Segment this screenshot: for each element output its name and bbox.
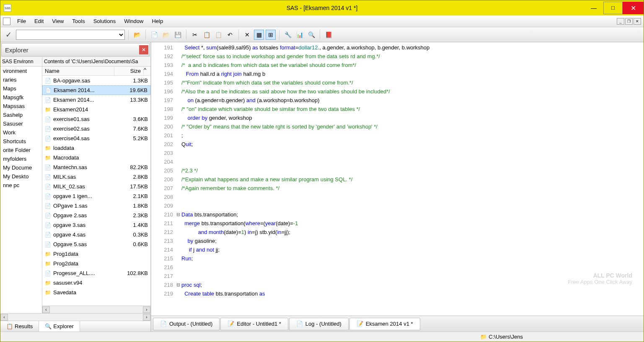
env-item[interactable]: My Docume (0, 163, 42, 172)
code-line[interactable]: 204 (151, 157, 644, 166)
code-line[interactable]: 208 (151, 193, 644, 201)
explorer-tab-results[interactable]: 📋Results (0, 321, 39, 332)
code-line[interactable]: 218⊟proc sql; (151, 280, 644, 289)
app-icon[interactable] (3, 18, 10, 25)
file-row[interactable]: 📄BA-opgave.sas1.3KB (42, 76, 150, 85)
code-line[interactable]: 219 Create table bts.transportation as (151, 289, 644, 298)
paste-icon[interactable]: 📋 (213, 30, 223, 40)
env-item[interactable]: Maps (0, 84, 42, 93)
file-row[interactable]: 📄exercise01.sas3.6KB (42, 114, 150, 124)
code-line[interactable]: 206 /*Explain what happens and make a ne… (151, 175, 644, 184)
code-line[interactable]: 202 Quit; (151, 140, 644, 149)
file-row[interactable]: 📁Macrodata (42, 153, 150, 162)
code-line[interactable]: 194 From hall.rd a right join hall.mg b (151, 69, 644, 78)
fold-icon[interactable]: ⊟ (176, 280, 181, 289)
code-line[interactable]: 199 order by gender, workshop (151, 113, 644, 122)
menu-help[interactable]: Help (147, 16, 167, 26)
scroll-left-icon[interactable]: ‹ (42, 306, 50, 313)
code-line[interactable]: 200 /* "Order by" means that the new tab… (151, 122, 644, 131)
code-line[interactable]: 210⊟Data bts.transportation; (151, 210, 644, 219)
tree-view-icon[interactable]: ⊞ (266, 30, 276, 40)
tool-icon-1[interactable]: 🔧 (283, 30, 293, 40)
col-name-header[interactable]: Name (42, 67, 114, 75)
mdi-minimize-button[interactable]: _ (617, 18, 624, 25)
code-line[interactable]: 209 (151, 201, 644, 210)
code-line[interactable]: 201 ; (151, 131, 644, 140)
env-item[interactable]: My Deskto (0, 172, 42, 181)
mdi-close-button[interactable]: ✕ (634, 18, 641, 25)
mdi-restore-button[interactable]: ❐ (625, 18, 633, 25)
check-icon[interactable]: ✓ (3, 30, 14, 39)
file-row[interactable]: 📄Eksamen 2014...19.6KB (42, 85, 150, 95)
help-icon[interactable]: 📕 (323, 30, 334, 40)
code-line[interactable]: 212 and month(date)=1) in=j) stb.yid(in=… (151, 228, 644, 237)
file-row[interactable]: 📁Savedata (42, 288, 150, 297)
minimize-button[interactable]: — (584, 2, 603, 14)
code-line[interactable]: 193 /* a and b indicates from which data… (151, 61, 644, 69)
maximize-button[interactable]: ☐ (603, 2, 623, 14)
code-line[interactable]: 192 /*'select' force sas to include work… (151, 52, 644, 61)
open-icon[interactable]: 📂 (161, 30, 171, 40)
menu-tools[interactable]: Tools (68, 16, 89, 26)
h-scrollbar[interactable]: ‹ › (42, 306, 150, 313)
file-row[interactable]: 📄Eksamen 2014...13.3KB (42, 95, 150, 105)
file-row[interactable]: 📄Mantechn.sas82.2KB (42, 162, 150, 172)
menu-solutions[interactable]: Solutions (89, 16, 120, 26)
scroll-left-icon[interactable]: ‹ (0, 314, 8, 321)
scroll-right-icon[interactable]: › (143, 306, 150, 313)
code-line[interactable]: 203 (151, 149, 644, 157)
up-folder-icon[interactable]: 📂 (132, 30, 142, 40)
env-item[interactable]: Work (0, 128, 42, 137)
file-row[interactable]: 📁Prog2data (42, 259, 150, 268)
env-item[interactable]: myfolders (0, 154, 42, 163)
code-line[interactable]: 191 Select *, sum(sale89,sal95) as totsa… (151, 43, 644, 52)
env-item[interactable]: vironment (0, 67, 42, 75)
file-row[interactable]: 📄exercise04.sas5.2KB (42, 134, 150, 143)
explorer-close-button[interactable]: ✕ (139, 45, 148, 54)
code-line[interactable]: 213 by gasoline; (151, 237, 644, 245)
file-row[interactable]: 📄opgave 4.sas0.3KB (42, 230, 150, 239)
menu-window[interactable]: Window (120, 16, 147, 26)
code-line[interactable]: 214 if j and not jj; (151, 245, 644, 254)
code-line[interactable]: 211 merge bts.transportation(where=(year… (151, 219, 644, 228)
menu-view[interactable]: View (48, 16, 68, 26)
file-row[interactable]: 📄opgave 1 igen...2.1KB (42, 191, 150, 201)
col-size-header[interactable]: Size (114, 67, 144, 75)
scroll-right-icon[interactable]: › (143, 314, 150, 321)
code-line[interactable]: 207 /*Again remember to make comments. *… (151, 184, 644, 193)
files-list[interactable]: 📄BA-opgave.sas1.3KB📄Eksamen 2014...19.6K… (42, 76, 150, 306)
code-line[interactable]: 197 on (a.gender=b.gender) and (a.worksh… (151, 96, 644, 105)
file-row[interactable]: 📄Progesse_ALL....102.8KB (42, 268, 150, 278)
code-line[interactable]: 198 /* "on" indicate which variable shou… (151, 105, 644, 113)
env-item[interactable]: Mapsgfk (0, 93, 42, 102)
code-line[interactable]: 205 /*2.3 */ (151, 166, 644, 175)
env-item[interactable]: nne pc (0, 181, 42, 190)
clear-icon[interactable]: ✕ (242, 30, 252, 40)
file-row[interactable]: 📄Opgave 2.sas2.3KB (42, 211, 150, 220)
code-line[interactable]: 217 (151, 272, 644, 280)
file-row[interactable]: 📄exercise02.sas7.6KB (42, 124, 150, 134)
code-editor[interactable]: 191 Select *, sum(sale89,sal95) as totsa… (151, 42, 644, 316)
new-icon[interactable]: 📄 (149, 30, 159, 40)
env-h-scrollbar[interactable]: ‹ › (0, 313, 150, 321)
code-line[interactable]: 216 (151, 263, 644, 272)
save-icon[interactable]: 💾 (173, 30, 183, 40)
grid-view-icon[interactable]: ▦ (254, 30, 264, 40)
file-row[interactable]: 📄Opgave 5.sas0.6KB (42, 239, 150, 249)
editor-tab[interactable]: 📄Log - (Untitled) (289, 318, 349, 330)
cut-icon[interactable]: ✂ (190, 30, 200, 40)
undo-icon[interactable]: ↶ (225, 30, 235, 40)
copy-icon[interactable]: 📋 (202, 30, 212, 40)
code-line[interactable]: 195 /*"From" indicate from which data se… (151, 78, 644, 87)
menu-edit[interactable]: Edit (30, 16, 48, 26)
editor-tab[interactable]: 📝Editor - Untitled1 * (220, 318, 288, 330)
tool-icon-2[interactable]: 📊 (295, 30, 305, 40)
file-row[interactable]: 📁sasuser.v94 (42, 278, 150, 288)
env-item[interactable]: Shortcuts (0, 137, 42, 146)
env-item[interactable]: Sashelp (0, 111, 42, 119)
close-button[interactable]: ✕ (623, 2, 644, 14)
editor-tab[interactable]: 📝Eksamen 2014 v1 * (349, 318, 420, 330)
file-row[interactable]: 📁Prog1data (42, 249, 150, 259)
explorer-tab-explorer[interactable]: 🔍Explorer (39, 321, 80, 332)
file-row[interactable]: 📁Eksamen2014 (42, 105, 150, 114)
